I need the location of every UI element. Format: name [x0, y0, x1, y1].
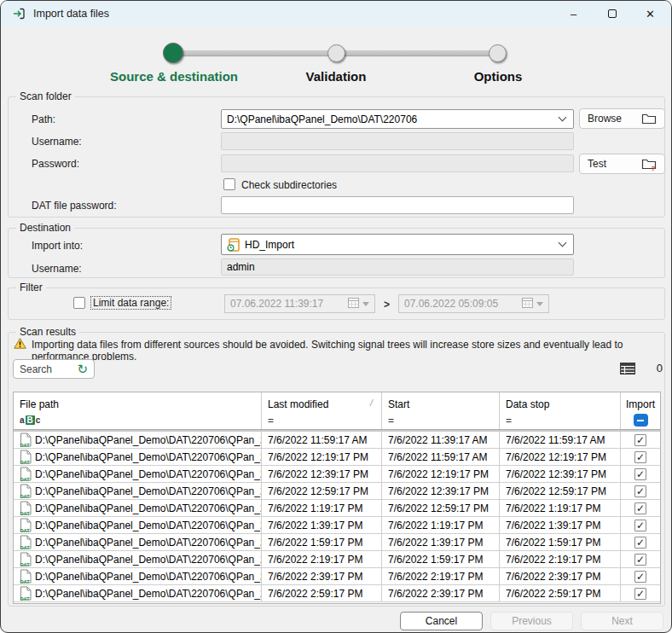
file-path-cell[interactable]: DATD:\QPanel\ibaQPanel_Demo\DAT\220706\Q…: [14, 534, 262, 551]
table-row[interactable]: DATD:\QPanel\ibaQPanel_Demo\DAT\220706\Q…: [14, 568, 660, 585]
maximize-button[interactable]: [593, 1, 631, 26]
import-checkbox[interactable]: ✓: [634, 485, 646, 497]
minimize-button[interactable]: –: [554, 1, 593, 26]
data-stop-cell[interactable]: 7/6/2022 2:39:17 PM: [500, 568, 621, 585]
last-modified-cell[interactable]: 7/6/2022 1:39:17 PM: [262, 517, 382, 534]
refresh-icon[interactable]: ↻: [77, 363, 88, 375]
step-label-source: Source & destination: [84, 69, 264, 84]
import-into-value: HD_Import: [245, 239, 294, 251]
last-modified-cell[interactable]: 7/6/2022 12:59:17 PM: [262, 483, 382, 500]
browse-button[interactable]: Browse: [579, 108, 665, 129]
start-cell[interactable]: 7/6/2022 11:39:17 AM: [382, 432, 500, 449]
start-cell[interactable]: 7/6/2022 1:59:17 PM: [382, 551, 500, 568]
dat-file-icon: DAT: [20, 552, 32, 566]
start-cell[interactable]: 7/6/2022 1:19:17 PM: [382, 517, 500, 534]
path-combobox[interactable]: D:\QPanel\ibaQPanel_Demo\DAT\220706: [221, 109, 574, 129]
previous-button: Previous: [490, 612, 573, 630]
check-subdirectories-checkbox[interactable]: [223, 178, 235, 190]
table-row[interactable]: DATD:\QPanel\ibaQPanel_Demo\DAT\220706\Q…: [14, 517, 660, 534]
table-row[interactable]: DATD:\QPanel\ibaQPanel_Demo\DAT\220706\Q…: [14, 466, 660, 483]
import-checkbox[interactable]: ✓: [634, 520, 646, 531]
file-path-text: D:\QPanel\ibaQPanel_Demo\DAT\220706\QPan…: [35, 520, 261, 531]
data-stop-cell[interactable]: 7/6/2022 1:59:17 PM: [500, 534, 621, 551]
last-modified-cell[interactable]: 7/6/2022 2:39:17 PM: [262, 568, 382, 585]
start-cell-text: 7/6/2022 1:19:17 PM: [388, 520, 483, 531]
test-button[interactable]: Test ?: [579, 154, 665, 174]
column-header-last-modified[interactable]: Last modified /: [262, 392, 382, 411]
column-header-data-stop[interactable]: Data stop: [500, 392, 621, 411]
file-path-cell[interactable]: DATD:\QPanel\ibaQPanel_Demo\DAT\220706\Q…: [14, 466, 262, 483]
file-path-cell[interactable]: DATD:\QPanel\ibaQPanel_Demo\DAT\220706\Q…: [14, 568, 262, 585]
data-stop-cell[interactable]: 7/6/2022 1:39:17 PM: [500, 517, 621, 534]
start-cell[interactable]: 7/6/2022 2:39:17 PM: [382, 585, 500, 602]
column-header-import[interactable]: Import: [621, 392, 660, 411]
start-cell[interactable]: 7/6/2022 12:59:17 PM: [382, 500, 500, 517]
table-view-icon[interactable]: [620, 363, 635, 375]
import-checkbox[interactable]: ✓: [634, 537, 646, 549]
start-cell[interactable]: 7/6/2022 11:59:17 AM: [382, 449, 500, 466]
titlebar: Import data files – ✕: [1, 1, 671, 26]
data-stop-cell[interactable]: 7/6/2022 2:59:17 PM: [500, 585, 621, 602]
start-cell[interactable]: 7/6/2022 1:39:17 PM: [382, 534, 500, 551]
filter-start[interactable]: =: [382, 411, 500, 429]
last-modified-cell[interactable]: 7/6/2022 1:19:17 PM: [262, 500, 382, 517]
data-stop-cell[interactable]: 7/6/2022 11:59:17 AM: [500, 432, 621, 449]
limit-data-range-checkbox[interactable]: [73, 297, 85, 309]
import-checkbox[interactable]: ✓: [634, 451, 646, 463]
filter-last-modified[interactable]: =: [262, 411, 382, 429]
last-modified-cell[interactable]: 7/6/2022 2:59:17 PM: [262, 585, 382, 602]
cancel-button[interactable]: Cancel: [400, 612, 483, 630]
file-path-cell[interactable]: DATD:\QPanel\ibaQPanel_Demo\DAT\220706\Q…: [14, 585, 262, 602]
start-cell[interactable]: 7/6/2022 2:19:17 PM: [382, 568, 500, 585]
import-checkbox[interactable]: ✓: [634, 571, 646, 583]
column-header-start[interactable]: Start: [382, 392, 500, 411]
dat-file-icon: DAT: [20, 450, 32, 464]
search-input[interactable]: Search ↻: [13, 359, 95, 379]
file-path-cell[interactable]: DATD:\QPanel\ibaQPanel_Demo\DAT\220706\Q…: [14, 500, 262, 517]
file-path-cell[interactable]: DATD:\QPanel\ibaQPanel_Demo\DAT\220706\Q…: [14, 432, 262, 449]
file-path-text: D:\QPanel\ibaQPanel_Demo\DAT\220706\QPan…: [35, 451, 261, 463]
table-row[interactable]: DATD:\QPanel\ibaQPanel_Demo\DAT\220706\Q…: [14, 551, 660, 568]
calendar-icon: [348, 298, 359, 311]
destination-username-label: Username:: [32, 263, 82, 275]
start-cell-text: 7/6/2022 2:39:17 PM: [388, 588, 483, 600]
file-path-cell[interactable]: DATD:\QPanel\ibaQPanel_Demo\DAT\220706\Q…: [14, 551, 262, 568]
scan-results-table[interactable]: File path Last modified / Start Data sto…: [13, 392, 661, 604]
svg-text:DAT: DAT: [20, 528, 31, 533]
data-stop-cell[interactable]: 7/6/2022 2:19:17 PM: [500, 551, 621, 568]
filter-file-path[interactable]: aBc: [14, 411, 262, 429]
data-stop-cell[interactable]: 7/6/2022 12:39:17 PM: [500, 466, 621, 483]
last-modified-cell[interactable]: 7/6/2022 12:39:17 PM: [262, 466, 382, 483]
table-row[interactable]: DATD:\QPanel\ibaQPanel_Demo\DAT\220706\Q…: [14, 500, 660, 517]
last-modified-cell[interactable]: 7/6/2022 11:59:17 AM: [262, 432, 382, 449]
import-checkbox[interactable]: ✓: [634, 502, 646, 514]
import-checkbox[interactable]: ✓: [634, 554, 646, 566]
import-checkbox[interactable]: ✓: [634, 468, 646, 480]
last-modified-cell[interactable]: 7/6/2022 12:19:17 PM: [262, 449, 382, 466]
table-row[interactable]: DATD:\QPanel\ibaQPanel_Demo\DAT\220706\Q…: [14, 449, 660, 466]
start-cell[interactable]: 7/6/2022 12:39:17 PM: [382, 483, 500, 500]
table-row[interactable]: DATD:\QPanel\ibaQPanel_Demo\DAT\220706\Q…: [14, 585, 660, 602]
last-modified-cell[interactable]: 7/6/2022 2:19:17 PM: [262, 551, 382, 568]
table-row[interactable]: DATD:\QPanel\ibaQPanel_Demo\DAT\220706\Q…: [14, 483, 660, 500]
dat-file-password-input[interactable]: [221, 196, 574, 214]
file-path-cell[interactable]: DATD:\QPanel\ibaQPanel_Demo\DAT\220706\Q…: [14, 517, 262, 534]
step-dot-source: [163, 43, 183, 63]
table-row[interactable]: DATD:\QPanel\ibaQPanel_Demo\DAT\220706\Q…: [14, 432, 660, 449]
import-into-combobox[interactable]: HD_Import: [221, 234, 574, 255]
svg-text:DAT: DAT: [20, 443, 31, 448]
file-path-cell[interactable]: DATD:\QPanel\ibaQPanel_Demo\DAT\220706\Q…: [14, 449, 262, 466]
filter-data-stop[interactable]: =: [500, 411, 621, 429]
import-all-toggle[interactable]: [621, 411, 660, 429]
close-button[interactable]: ✕: [631, 1, 669, 26]
column-header-file-path[interactable]: File path: [14, 392, 262, 411]
import-checkbox[interactable]: ✓: [634, 588, 646, 600]
data-stop-cell[interactable]: 7/6/2022 12:59:17 PM: [500, 483, 621, 500]
table-row[interactable]: DATD:\QPanel\ibaQPanel_Demo\DAT\220706\Q…: [14, 534, 660, 551]
import-checkbox[interactable]: ✓: [634, 434, 646, 446]
data-stop-cell[interactable]: 7/6/2022 12:19:17 PM: [500, 449, 621, 466]
data-stop-cell[interactable]: 7/6/2022 1:19:17 PM: [500, 500, 621, 517]
file-path-cell[interactable]: DATD:\QPanel\ibaQPanel_Demo\DAT\220706\Q…: [14, 483, 262, 500]
last-modified-cell[interactable]: 7/6/2022 1:59:17 PM: [262, 534, 382, 551]
start-cell[interactable]: 7/6/2022 12:19:17 PM: [382, 466, 500, 483]
